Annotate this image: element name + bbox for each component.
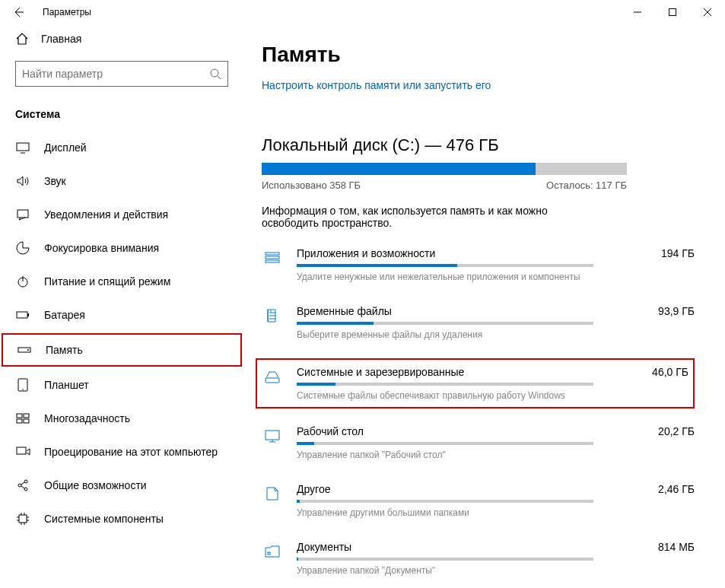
disk-header: Локальный диск (C:) — 476 ГБ xyxy=(262,135,695,155)
category-size: 194 ГБ xyxy=(661,247,695,259)
maximize-button[interactable] xyxy=(655,0,690,24)
nav-focus[interactable]: Фокусировка внимания xyxy=(0,231,243,265)
documents-icon xyxy=(262,541,283,562)
category-name: Другое xyxy=(297,483,330,495)
home-nav[interactable]: Главная xyxy=(0,24,243,53)
temp-icon xyxy=(262,305,283,326)
sound-icon xyxy=(15,173,30,189)
svg-point-16 xyxy=(22,389,24,390)
svg-rect-1 xyxy=(669,9,676,16)
category-system[interactable]: Системные и зарезервированные46,0 ГБСист… xyxy=(256,358,695,408)
nav-power[interactable]: Питание и спящий режим xyxy=(0,265,243,298)
nav-label: Питание и спящий режим xyxy=(44,275,170,288)
close-button[interactable] xyxy=(690,0,725,24)
category-desktop[interactable]: Рабочий стол20,2 ГБУправление папкой "Ра… xyxy=(262,425,695,460)
svg-rect-39 xyxy=(266,378,279,383)
section-header: Система xyxy=(0,94,243,131)
shared-icon xyxy=(15,478,30,493)
home-label: Главная xyxy=(41,33,81,45)
nav-label: Общие возможности xyxy=(44,479,147,491)
category-bar xyxy=(297,322,593,325)
nav-label: Планшет xyxy=(44,379,89,391)
nav-label: Многозадачность xyxy=(44,412,130,424)
category-bar xyxy=(297,383,593,386)
svg-rect-18 xyxy=(24,414,29,418)
system-icon xyxy=(262,366,283,387)
svg-rect-40 xyxy=(266,431,279,440)
svg-rect-38 xyxy=(266,260,279,262)
nav-storage[interactable]: Память xyxy=(2,333,242,367)
main-panel: Память Настроить контроль памяти или зап… xyxy=(243,24,725,588)
nav-label: Проецирование на этот компьютер xyxy=(44,446,218,458)
svg-point-24 xyxy=(24,488,27,491)
category-temp[interactable]: Временные файлы93,9 ГБВыберите временные… xyxy=(262,305,695,340)
category-name: Рабочий стол xyxy=(297,425,364,437)
category-size: 46,0 ГБ xyxy=(652,366,688,378)
search-box[interactable] xyxy=(15,61,228,87)
battery-icon xyxy=(15,307,30,323)
nav-sound[interactable]: Звук xyxy=(0,164,243,198)
category-desc: Управление другими большими папками xyxy=(297,507,695,518)
display-icon xyxy=(15,140,30,155)
home-icon xyxy=(15,32,29,46)
category-apps[interactable]: Приложения и возможности194 ГБУдалите не… xyxy=(262,247,695,282)
storage-info-text: Информация о том, как используется памят… xyxy=(262,205,581,229)
nav-components[interactable]: Системные компоненты xyxy=(0,502,243,536)
nav-display[interactable]: Дисплей xyxy=(0,131,243,164)
nav-projecting[interactable]: Проецирование на этот компьютер xyxy=(0,435,243,469)
titlebar: Параметры xyxy=(0,0,725,24)
page-title: Память xyxy=(262,43,695,67)
svg-rect-8 xyxy=(17,210,28,218)
category-documents[interactable]: Документы814 МБУправление папкой "Докуме… xyxy=(262,541,695,576)
category-desc: Системные файлы обеспечивают правильную … xyxy=(297,390,688,401)
svg-rect-12 xyxy=(27,313,29,316)
svg-point-14 xyxy=(27,349,29,351)
category-other[interactable]: Другое2,46 ГБУправление другими большими… xyxy=(262,483,695,518)
storage-icon xyxy=(17,342,32,358)
back-button[interactable] xyxy=(6,0,30,24)
configure-storage-link[interactable]: Настроить контроль памяти или запустить … xyxy=(262,79,695,91)
nav-notifications[interactable]: Уведомления и действия xyxy=(0,198,243,231)
minimize-button[interactable] xyxy=(620,0,655,24)
nav-label: Батарея xyxy=(44,309,85,321)
search-input[interactable] xyxy=(22,68,209,80)
svg-point-4 xyxy=(211,69,218,77)
notifications-icon xyxy=(15,207,30,222)
nav-battery[interactable]: Батарея xyxy=(0,298,243,332)
category-desc: Управление папкой "Рабочий стол" xyxy=(297,450,695,460)
svg-line-25 xyxy=(21,482,24,485)
category-desc: Удалите ненужные или нежелательные прило… xyxy=(297,272,695,282)
power-icon xyxy=(15,274,30,289)
svg-rect-19 xyxy=(17,419,22,423)
disk-usage-fill xyxy=(262,163,536,175)
window-title: Параметры xyxy=(43,7,91,17)
components-icon xyxy=(15,511,30,526)
svg-rect-17 xyxy=(17,414,22,418)
svg-rect-27 xyxy=(19,515,27,523)
category-name: Документы xyxy=(297,541,351,553)
svg-line-5 xyxy=(218,76,221,79)
category-size: 93,9 ГБ xyxy=(658,305,695,317)
nav-label: Системные компоненты xyxy=(44,513,164,525)
svg-rect-11 xyxy=(17,312,27,318)
nav-label: Звук xyxy=(44,175,66,187)
category-bar xyxy=(297,558,593,561)
nav-label: Память xyxy=(46,344,83,356)
apps-icon xyxy=(262,247,283,269)
svg-rect-20 xyxy=(24,419,29,423)
category-bar xyxy=(297,500,593,503)
category-size: 814 МБ xyxy=(658,541,695,553)
other-icon xyxy=(262,483,283,504)
svg-rect-37 xyxy=(266,256,279,259)
tablet-icon xyxy=(15,377,30,393)
nav-multitasking[interactable]: Многозадачность xyxy=(0,402,243,435)
svg-rect-43 xyxy=(268,552,270,555)
disk-free-label: Осталось: 117 ГБ xyxy=(546,180,627,191)
svg-point-23 xyxy=(24,480,27,483)
svg-rect-6 xyxy=(17,143,29,151)
multitasking-icon xyxy=(15,411,30,426)
svg-line-26 xyxy=(21,486,24,488)
category-bar xyxy=(297,442,593,445)
nav-tablet[interactable]: Планшет xyxy=(0,368,243,402)
nav-shared[interactable]: Общие возможности xyxy=(0,469,243,502)
